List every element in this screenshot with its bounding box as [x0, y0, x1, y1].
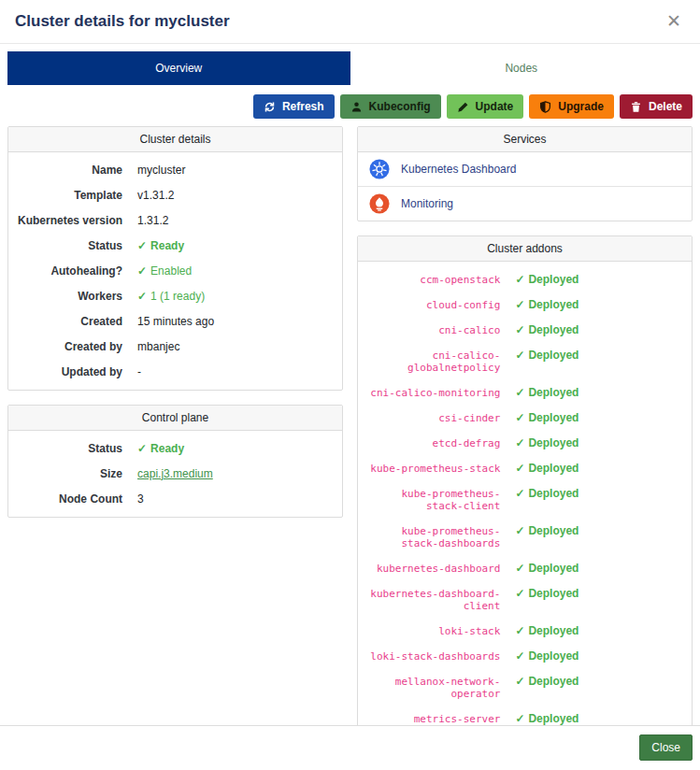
cluster-details-modal: Cluster details for mycluster ✕ Overview… — [0, 0, 700, 770]
addon-name: etcd-defrag — [367, 437, 515, 449]
refresh-icon — [264, 101, 276, 113]
status-text: 1 (1 ready) — [150, 290, 205, 303]
addon-row: cni-calico-globalnetpolicy✓Deployed — [358, 342, 692, 379]
service-label: Kubernetes Dashboard — [401, 163, 516, 176]
detail-row: Node Count3 — [8, 486, 342, 511]
service-row[interactable]: Kubernetes Dashboard — [358, 152, 692, 187]
check-icon: ✓ — [137, 442, 147, 455]
addon-row: ccm-openstack✓Deployed — [358, 266, 692, 292]
detail-row: Updated by- — [8, 359, 342, 384]
addon-status: ✓Deployed — [515, 487, 579, 500]
service-row[interactable]: Monitoring — [358, 187, 692, 221]
addon-status: ✓Deployed — [515, 587, 579, 600]
delete-button[interactable]: Delete — [620, 94, 693, 119]
detail-row: Kubernetes version1.31.2 — [8, 207, 342, 233]
addon-name: kube-prometheus-stack — [367, 463, 515, 475]
addon-row: loki-stack-dashboards✓Deployed — [358, 643, 692, 668]
addon-status: ✓Deployed — [515, 649, 579, 663]
control-plane-panel: Control plane Status✓ReadySizecapi.j3.me… — [7, 405, 343, 518]
addon-status: ✓Deployed — [515, 562, 579, 575]
addon-status: ✓Deployed — [515, 436, 579, 449]
upgrade-button-label: Upgrade — [558, 100, 604, 113]
addon-row: cni-calico-monitoring✓Deployed — [358, 379, 692, 405]
detail-row-value: 15 minutes ago — [137, 315, 214, 328]
detail-row: Namemycluster — [8, 157, 342, 182]
detail-row-label: Status — [18, 239, 137, 252]
check-icon: ✓ — [515, 487, 524, 500]
kubeconfig-button[interactable]: Kubeconfig — [340, 94, 441, 119]
check-icon: ✓ — [515, 562, 524, 575]
addon-status: ✓Deployed — [515, 624, 579, 637]
detail-row-label: Created by — [18, 340, 137, 353]
refresh-button[interactable]: Refresh — [253, 94, 335, 119]
addon-row: kube-prometheus-stack-dashboards✓Deploye… — [358, 518, 692, 555]
addon-row: kube-prometheus-stack✓Deployed — [358, 455, 692, 480]
check-icon: ✓ — [515, 712, 524, 725]
update-button-label: Update — [476, 100, 514, 113]
services-rows: Kubernetes DashboardMonitoring — [358, 152, 692, 221]
cluster-details-panel-title: Cluster details — [8, 127, 342, 152]
detail-row: Templatev1.31.2 — [8, 182, 342, 207]
check-icon: ✓ — [515, 624, 524, 637]
services-panel-title: Services — [358, 127, 692, 152]
cluster-details-panel: Cluster details NamemyclusterTemplatev1.… — [7, 126, 343, 391]
detail-row-label: Node Count — [18, 492, 137, 506]
size-link[interactable]: capi.j3.medium — [137, 467, 213, 480]
pencil-icon — [457, 101, 469, 113]
addon-status: ✓Deployed — [515, 524, 579, 537]
detail-row: Created bymbanjec — [8, 334, 342, 359]
check-icon: ✓ — [515, 649, 524, 663]
addon-row: loki-stack✓Deployed — [358, 618, 692, 643]
update-button[interactable]: Update — [447, 94, 524, 119]
detail-row-value: 3 — [137, 492, 144, 506]
addon-name: loki-stack — [367, 625, 515, 637]
tab-nodes[interactable]: Nodes — [350, 51, 693, 85]
addon-row: kubernetes-dashboard✓Deployed — [358, 555, 692, 580]
upgrade-button[interactable]: Upgrade — [529, 94, 614, 119]
status-text: Ready — [150, 442, 184, 455]
control-plane-panel-title: Control plane — [8, 406, 342, 431]
addon-row: kube-prometheus-stack-client✓Deployed — [358, 480, 692, 518]
addon-row: etcd-defrag✓Deployed — [358, 430, 692, 455]
detail-row: Workers✓1 (1 ready) — [8, 283, 342, 308]
cluster-details-rows: NamemyclusterTemplatev1.31.2Kubernetes v… — [8, 152, 342, 390]
addon-row: kubernetes-dashboard-client✓Deployed — [358, 580, 692, 618]
detail-row-value: - — [137, 365, 141, 378]
addon-status: ✓Deployed — [515, 462, 579, 475]
check-icon: ✓ — [137, 290, 147, 303]
addon-status: ✓Deployed — [515, 349, 579, 362]
addon-name: cni-calico — [367, 324, 515, 336]
close-button[interactable]: Close — [639, 734, 693, 761]
detail-row-label: Template — [18, 189, 137, 202]
check-icon: ✓ — [515, 675, 524, 688]
detail-row-label: Created — [18, 315, 137, 328]
addon-status: ✓Deployed — [515, 675, 579, 688]
refresh-button-label: Refresh — [282, 100, 324, 113]
kubeconfig-button-label: Kubeconfig — [369, 100, 431, 113]
tab-overview[interactable]: Overview — [7, 51, 350, 85]
detail-row-label: Name — [18, 164, 137, 177]
detail-row-value: 1.31.2 — [137, 214, 168, 227]
addon-status: ✓Deployed — [515, 411, 579, 424]
check-icon: ✓ — [515, 587, 524, 600]
check-icon: ✓ — [515, 386, 524, 399]
trash-icon — [630, 101, 642, 113]
control-plane-rows: Status✓ReadySizecapi.j3.mediumNode Count… — [8, 431, 342, 517]
check-icon: ✓ — [515, 462, 524, 475]
close-icon[interactable]: ✕ — [663, 10, 685, 32]
detail-row: Created15 minutes ago — [8, 308, 342, 334]
addon-name: loki-stack-dashboards — [367, 650, 515, 663]
addon-name: cloud-config — [367, 299, 515, 311]
check-icon: ✓ — [515, 298, 524, 311]
detail-row-label: Size — [18, 467, 137, 480]
addon-name: csi-cinder — [367, 412, 515, 424]
addon-name: cni-calico-monitoring — [367, 387, 515, 399]
detail-row: Sizecapi.j3.medium — [8, 461, 342, 486]
detail-row-value: ✓Ready — [137, 239, 184, 252]
content-columns: Cluster details NamemyclusterTemplatev1.… — [0, 126, 700, 725]
check-icon: ✓ — [515, 524, 524, 537]
status-text: Enabled — [150, 264, 192, 278]
addon-row: cni-calico✓Deployed — [358, 317, 692, 342]
addon-status: ✓Deployed — [515, 386, 579, 399]
detail-row: Status✓Ready — [8, 435, 342, 461]
